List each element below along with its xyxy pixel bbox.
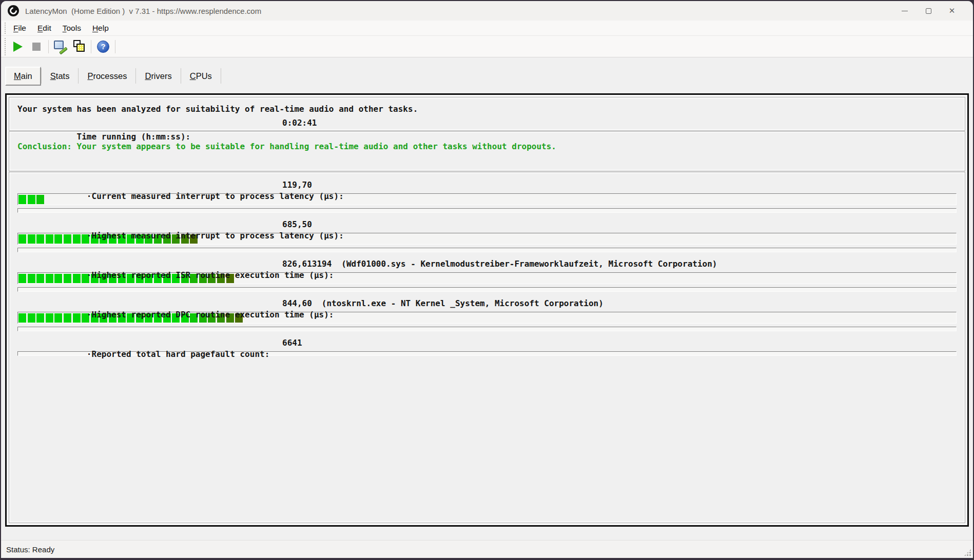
tab-main[interactable]: Main: [5, 67, 41, 86]
stop-icon: [32, 43, 41, 51]
play-icon: [13, 42, 23, 52]
tab-processes[interactable]: Processes: [79, 67, 135, 85]
toolbar-separator: [115, 40, 115, 53]
status-text: Status: Ready: [6, 545, 54, 554]
time-running-label: Time running (h:mm:ss):: [77, 132, 191, 142]
time-running-line: Time running (h:mm:ss): 0:02:41: [17, 116, 964, 130]
measurement-row-isr-time: ·Highest reported ISR routine execution …: [17, 258, 957, 292]
app-icon: [8, 5, 19, 16]
measurement-row-dpc-time: ·Highest reported DPC routine execution …: [17, 298, 957, 331]
secondary-track: [17, 248, 957, 252]
measurement-label: ·Highest reported ISR routine execution …: [87, 270, 334, 280]
tab-cpus[interactable]: CPUs: [181, 67, 221, 85]
menu-item-file[interactable]: File: [9, 22, 31, 34]
start-monitor-button[interactable]: [9, 38, 27, 55]
close-icon: ✕: [949, 6, 956, 15]
report-icon: [72, 40, 86, 53]
measurement-label: ·Reported total hard pagefault count:: [87, 349, 269, 359]
minimize-button[interactable]: [893, 1, 917, 21]
measurement-value: 685,50: [282, 219, 312, 229]
measurement-label: ·Highest measured interrupt to process l…: [87, 231, 344, 241]
toolbar: ?: [1, 36, 973, 57]
options-button[interactable]: [51, 38, 70, 55]
tab-bar: Main Stats Processes Drivers CPUs: [1, 57, 973, 93]
app-window: LatencyMon (Home Edition ) v 7.31 - http…: [1, 1, 973, 558]
secondary-track: [17, 327, 957, 331]
toolbar-separator: [48, 40, 49, 53]
help-icon: ?: [97, 41, 109, 53]
window-title: LatencyMon (Home Edition ) v 7.31 - http…: [25, 7, 261, 15]
maximize-button[interactable]: [917, 1, 940, 21]
tab-stats[interactable]: Stats: [42, 67, 79, 85]
measurement-label: ·Current measured interrupt to process l…: [87, 191, 344, 201]
menu-bar: File Edit Tools Help: [1, 21, 973, 36]
toolbar-gripper[interactable]: [4, 37, 7, 55]
resize-grip[interactable]: [964, 549, 971, 556]
analysis-info-box: Your system has been analyzed for suitab…: [9, 97, 965, 130]
measurement-label: ·Highest reported DPC routine execution …: [87, 310, 334, 319]
measurement-value: 6641: [282, 338, 302, 348]
minimize-icon: [902, 11, 908, 11]
measurement-value: 844,60: [282, 298, 312, 308]
copy-report-button[interactable]: [70, 38, 88, 55]
close-button[interactable]: ✕: [940, 1, 964, 21]
tab-separator: [221, 68, 221, 84]
status-bar: Status: Ready: [1, 540, 973, 558]
secondary-track: [17, 287, 957, 292]
measurement-value: 119,70: [282, 180, 312, 190]
maximize-icon: [926, 8, 931, 14]
options-icon: [54, 40, 67, 53]
tab-drivers[interactable]: Drivers: [136, 67, 180, 85]
measurements-box: ·Current measured interrupt to process l…: [9, 172, 965, 523]
menu-gripper[interactable]: [4, 22, 7, 34]
measurement-row-highest-latency: ·Highest measured interrupt to process l…: [17, 219, 957, 252]
client-area: Your system has been analyzed for suitab…: [1, 93, 973, 540]
help-button[interactable]: ?: [94, 38, 112, 55]
stop-monitor-button[interactable]: [27, 38, 46, 55]
title-bar: LatencyMon (Home Edition ) v 7.31 - http…: [1, 1, 973, 21]
toolbar-separator: [91, 40, 91, 53]
analysis-summary-line: Your system has been analyzed for suitab…: [17, 102, 964, 116]
main-panel: Your system has been analyzed for suitab…: [5, 93, 969, 527]
window-controls: ✕: [893, 1, 973, 21]
measurement-detail: (Wdf01000.sys - Kernelmodustreiber-Frame…: [341, 259, 717, 269]
measurement-detail: (ntoskrnl.exe - NT Kernel _System, Micro…: [322, 298, 603, 308]
menu-item-edit[interactable]: Edit: [33, 22, 56, 34]
measurement-value: 826,613194: [282, 259, 332, 269]
menu-item-tools[interactable]: Tools: [58, 22, 86, 34]
secondary-track: [17, 208, 957, 213]
measurement-row-pagefaults: ·Reported total hard pagefault count: 66…: [17, 337, 957, 356]
menu-item-help[interactable]: Help: [88, 22, 113, 34]
time-running-value: 0:02:41: [282, 116, 317, 130]
measurement-row-current-latency: ·Current measured interrupt to process l…: [17, 179, 957, 213]
